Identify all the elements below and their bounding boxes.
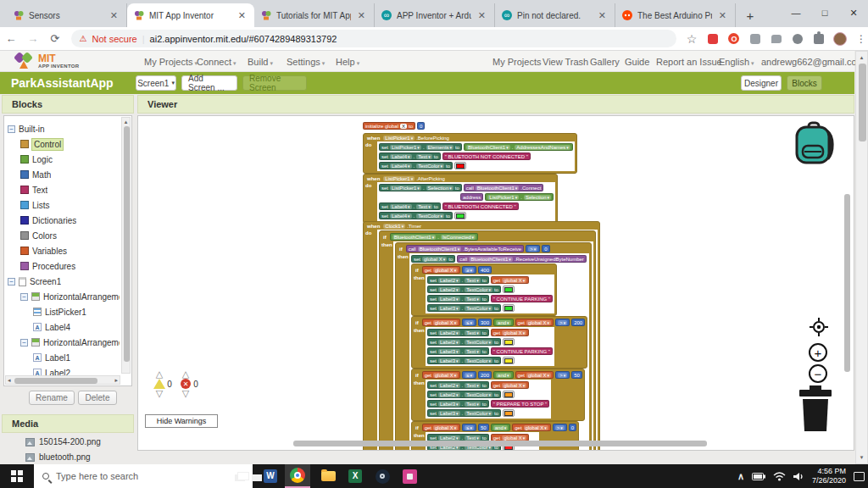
block-clr[interactable]: [503, 338, 515, 346]
block-get[interactable]: getglobal X: [491, 381, 530, 389]
block-math[interactable]: ≤: [462, 424, 476, 431]
ext-red-flower-icon[interactable]: [706, 32, 720, 46]
tree-item-horizontalarrangemen[interactable]: −HorizontalArrangemen: [6, 335, 120, 350]
menu-connect[interactable]: Connect▾: [197, 57, 236, 67]
battery-icon[interactable]: [752, 473, 765, 480]
action-center-icon[interactable]: [854, 472, 865, 481]
block-get[interactable]: getglobal X: [512, 424, 551, 431]
collapse-warnings-arrow-icon[interactable]: △: [156, 370, 163, 378]
block-str[interactable]: " BLUETOOTH CONNECTED ": [442, 202, 519, 210]
block-set[interactable]: setLabel4.TextColorto: [379, 212, 453, 219]
block-container[interactable]: whenListPicker1.BeforePickingdosetListPi…: [363, 133, 577, 174]
block-set[interactable]: setLabel3.TextColorto: [427, 304, 501, 312]
tree-item-logic[interactable]: Logic: [6, 152, 120, 167]
hide-warnings-button[interactable]: Hide Warnings: [145, 414, 218, 428]
block-logic[interactable]: and: [493, 319, 514, 326]
block-container[interactable]: ifgetglobal X≥400thensetLabel2.Texttoget…: [411, 263, 557, 316]
center-blocks-icon[interactable]: [810, 318, 828, 340]
block-container[interactable]: ifgetglobal X≤300andgetglobal X>200thens…: [411, 316, 587, 369]
block-str[interactable]: " BLUETOOTH NOT CONNECTED ": [442, 152, 531, 160]
error-counter[interactable]: △ ✕ 0 ▽: [181, 370, 191, 397]
tree-item-control[interactable]: Control: [6, 136, 120, 152]
ext-gray-square-icon[interactable]: [748, 32, 762, 46]
block-container[interactable]: ifBluetoothClient1.IsConnectedthenifcall…: [379, 230, 596, 451]
menu-guide[interactable]: Guide: [625, 57, 649, 67]
block-row[interactable]: setLabel2.TextColorto: [427, 391, 515, 398]
tree-item-screen1[interactable]: −Screen1: [6, 274, 120, 289]
block-logic[interactable]: and: [493, 371, 514, 379]
collapse-toggle-icon[interactable]: −: [20, 293, 28, 301]
rename-button[interactable]: Rename: [29, 391, 75, 405]
canvas-horizontal-scrollbar[interactable]: [293, 441, 707, 446]
block-math[interactable]: 300: [478, 319, 492, 326]
block-str[interactable]: " CONTINUE PARKING ": [491, 295, 553, 302]
block-call[interactable]: callBluetoothClient1.Connect: [464, 184, 544, 191]
tree-item-dictionaries[interactable]: Dictionaries: [6, 213, 120, 228]
block-set[interactable]: setLabel2.Textto: [427, 381, 489, 389]
block-str[interactable]: " PREPARE TO STOP ": [491, 400, 549, 408]
block-row[interactable]: initialize globalXto0: [363, 122, 425, 130]
tree-horizontal-scrollbar[interactable]: ◂ ▸: [5, 375, 120, 385]
tree-item-text[interactable]: Text: [6, 182, 120, 197]
file-explorer-icon[interactable]: [315, 464, 341, 488]
media-item[interactable]: bluetooth.png: [25, 452, 91, 462]
mit-app-inventor-logo[interactable]: MIT APP INVENTOR: [15, 53, 79, 69]
block-row[interactable]: setLabel3.TextColorto: [427, 357, 515, 364]
block-call[interactable]: address: [460, 193, 483, 201]
tree-vertical-scrollbar[interactable]: ▴: [121, 117, 131, 374]
block-row[interactable]: setLabel2.TextColorto: [427, 338, 515, 346]
pink-app-icon[interactable]: [397, 464, 422, 488]
block-math[interactable]: ≤: [462, 319, 476, 326]
menu-english[interactable]: English▾: [719, 57, 754, 67]
remove-screen-button[interactable]: Remove Screen: [242, 75, 307, 91]
taskbar-search-input[interactable]: Type here to search: [34, 464, 253, 488]
block-set[interactable]: setglobal Xto: [411, 255, 455, 263]
block-clr[interactable]: [454, 212, 466, 219]
block-group[interactable]: initialize globalXto0: [363, 121, 425, 130]
collapse-toggle-icon[interactable]: −: [8, 278, 15, 286]
tree-item-colors[interactable]: Colors: [6, 228, 120, 243]
taskbar-clock[interactable]: 4:56 PM 7/26/2020: [812, 467, 846, 486]
media-item[interactable]: 150154-200.png: [25, 437, 101, 446]
profile-avatar[interactable]: [833, 32, 847, 46]
add-screen-button[interactable]: Add Screen ...: [181, 75, 237, 91]
block-get[interactable]: getglobal X: [422, 424, 461, 431]
tab-close-icon[interactable]: ✕: [597, 10, 608, 21]
task-view-icon[interactable]: [231, 464, 256, 488]
trash-can-icon[interactable]: [796, 385, 835, 436]
tray-chevron-icon[interactable]: ∧: [737, 471, 744, 482]
menu-gallery[interactable]: Gallery: [590, 57, 620, 67]
block-math[interactable]: >: [555, 319, 570, 326]
tree-item-horizontalarrangemen[interactable]: −HorizontalArrangemen: [6, 289, 120, 304]
back-icon[interactable]: ←: [0, 32, 22, 45]
browser-tab[interactable]: The Best Arduino Projects!✕: [615, 3, 736, 27]
block-math[interactable]: 50: [571, 371, 582, 379]
block-math[interactable]: >: [553, 424, 567, 431]
tab-close-icon[interactable]: ✕: [476, 10, 487, 21]
block-row[interactable]: setLabel3.Textto" PREPARE TO STOP ": [427, 400, 549, 408]
block-math[interactable]: ≤: [462, 371, 476, 379]
block-row[interactable]: setLabel3.Textto" CONTINUE PARKING ": [427, 295, 553, 302]
block-set[interactable]: setLabel4.Textto: [379, 202, 441, 210]
page-vertical-scrollbar[interactable]: ▴ ▾: [855, 51, 868, 464]
block-clr[interactable]: [503, 304, 515, 312]
screen-selector-button[interactable]: Screen1▾: [136, 75, 176, 91]
tree-item-math[interactable]: Math: [6, 167, 120, 182]
zoom-out-button[interactable]: −: [809, 364, 827, 383]
block-prop[interactable]: ListPicker1.Selection: [485, 193, 554, 201]
block-row[interactable]: setLabel4.Textto" BLUETOOTH NOT CONNECTE…: [379, 152, 531, 160]
volume-icon[interactable]: [793, 472, 804, 481]
tree-item-procedures[interactable]: Procedures: [6, 258, 120, 274]
canvas-vertical-scrollbar[interactable]: [844, 194, 850, 372]
block-set[interactable]: setLabel3.TextColorto: [427, 409, 501, 417]
blocks-canvas[interactable]: initialize globalXto0whenListPicker1.Bef…: [137, 115, 854, 451]
block-call[interactable]: callBluetoothClient1.BytesAvailableToRec…: [406, 245, 525, 252]
warning-counter[interactable]: △ 0 ▽: [153, 370, 165, 397]
tab-close-icon[interactable]: ✕: [108, 10, 120, 21]
not-secure-warning-icon[interactable]: ⚠: [80, 34, 87, 43]
not-secure-label[interactable]: Not secure: [92, 34, 137, 44]
browser-menu-icon[interactable]: ⋮: [854, 32, 868, 46]
block-set[interactable]: setLabel3.TextColorto: [427, 357, 501, 364]
tree-item-variables[interactable]: Variables: [6, 243, 120, 258]
expand-warnings-arrow-icon[interactable]: ▽: [156, 390, 163, 397]
